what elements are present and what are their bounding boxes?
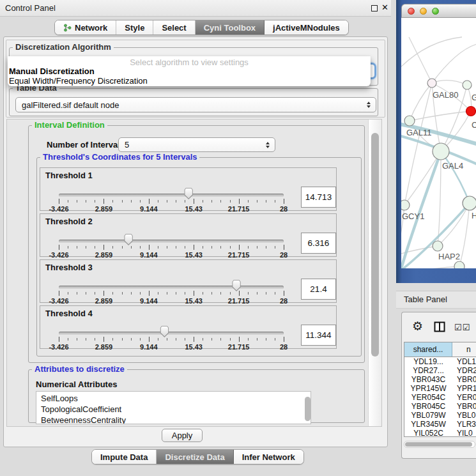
table-row[interactable]: YBL079WYBL0 (404, 411, 476, 420)
threshold-4-value-field[interactable]: 11.344 (301, 325, 336, 346)
slider-thumb[interactable] (160, 326, 169, 337)
slider-thumb[interactable] (124, 234, 134, 245)
table-row[interactable]: YER054CYER0 (404, 393, 476, 402)
threshold-2-box: Threshold 2 -3.4262.8599.14415.4321.7152… (40, 213, 337, 257)
scrollbar-thumb[interactable] (305, 397, 311, 421)
slider-track[interactable] (59, 194, 284, 197)
tick-label: 21.715 (228, 205, 250, 213)
network-node[interactable] (463, 81, 472, 89)
cell-name[interactable]: YIL0 (452, 429, 476, 436)
numerical-attributes-list[interactable]: SelfLoopsTopologicalCoefficientBetweenne… (36, 391, 311, 424)
attributes-group-label: Attributes to discretize (32, 365, 127, 374)
slider-track[interactable] (59, 286, 284, 289)
network-node[interactable] (454, 261, 464, 268)
tab-style[interactable]: Style (116, 20, 153, 35)
attribute-item[interactable]: BetweennessCentrality (36, 415, 311, 424)
tab-jactivemnodules[interactable]: jActiveMNodules (265, 20, 348, 35)
tick-mark (104, 199, 104, 204)
table-row[interactable]: YBR045CYBR0 (404, 402, 476, 411)
table-data-combobox[interactable]: galFiltered.sif default node (15, 97, 376, 112)
threshold-2-value-field[interactable]: 6.316 (301, 233, 336, 254)
table-row[interactable]: YPR145WYPR1 (404, 384, 476, 393)
slider-ticks (59, 291, 284, 296)
split-panel-icon[interactable] (434, 321, 445, 335)
network-node[interactable] (401, 200, 410, 210)
tick-mark (275, 200, 275, 203)
cell-shared-name[interactable]: YBL079W (404, 411, 452, 420)
node-label: H (472, 211, 476, 220)
column-checkboxes-icon[interactable]: ☑☑ (454, 323, 470, 332)
table-row[interactable]: YLR345WYLR3 (404, 420, 476, 429)
cell-shared-name[interactable]: YDR27... (404, 366, 452, 375)
threshold-2-slider[interactable]: -3.4262.8599.14415.4321.71528 (59, 231, 284, 256)
tick-mark (158, 200, 158, 203)
table-row[interactable]: YDR27...YDR2 (404, 366, 476, 375)
table-row[interactable]: YIL052CYIL0 (404, 429, 476, 436)
column-header-name[interactable]: n (452, 342, 476, 357)
cell-shared-name[interactable]: YER054C (404, 393, 452, 402)
network-node[interactable] (404, 116, 415, 126)
slider-track[interactable] (59, 240, 284, 243)
minimize-window-icon[interactable] (420, 8, 427, 15)
threshold-3-slider[interactable]: -3.4262.8599.14415.4321.71528 (59, 277, 284, 302)
tab-cyni-toolbox[interactable]: Cyni Toolbox (196, 20, 265, 35)
tick-label: 9.144 (140, 343, 158, 351)
cell-shared-name[interactable]: YBR043C (404, 375, 452, 384)
table-horizontal-scrollbar[interactable] (404, 441, 475, 448)
cell-shared-name[interactable]: YLR345W (404, 420, 452, 429)
tick-mark (194, 337, 194, 342)
tick-mark (86, 292, 86, 295)
close-icon[interactable]: ✕ (381, 3, 388, 12)
cell-name[interactable]: YPR1 (452, 384, 476, 393)
network-node[interactable] (463, 196, 476, 210)
scrollbar-thumb[interactable] (405, 442, 472, 447)
network-node[interactable] (427, 79, 436, 88)
tab-network[interactable]: Network (55, 20, 116, 35)
scrollbar-thumb[interactable] (371, 133, 379, 357)
table-row[interactable]: YBR043CYBR0 (404, 375, 476, 384)
column-header-shared-name[interactable]: shared... (404, 342, 452, 357)
threshold-1-slider[interactable]: -3.4262.8599.14415.4321.71528 (59, 185, 284, 210)
cell-shared-name[interactable]: YDL19... (404, 357, 452, 366)
dropdown-option-equal-width-frequency[interactable]: Equal Width/Frequency Discretization (8, 76, 371, 86)
cell-name[interactable]: YER0 (452, 393, 476, 402)
tick-mark (284, 337, 284, 342)
cell-name[interactable]: YBR0 (452, 375, 476, 384)
close-window-icon[interactable] (408, 8, 415, 15)
attribute-item[interactable]: SelfLoops (36, 393, 311, 404)
network-node[interactable] (433, 241, 443, 251)
network-node[interactable] (466, 107, 476, 116)
vertical-scrollbar[interactable] (368, 119, 381, 426)
network-canvas[interactable]: GAL80GACGAL11GAL4GCY1HHAP2 (401, 18, 476, 268)
cell-name[interactable]: YDL1 (452, 357, 476, 366)
cell-name[interactable]: YDR2 (452, 366, 476, 375)
attributes-list-scrollbar[interactable] (304, 392, 311, 423)
number-of-intervals-combobox[interactable]: 5 (118, 137, 275, 152)
network-node[interactable] (433, 143, 449, 160)
cell-name[interactable]: YLR3 (452, 420, 476, 429)
cell-name[interactable]: YBL0 (452, 411, 476, 420)
dropdown-option-manual-discretization[interactable]: Manual Discretization (8, 66, 371, 76)
slider-thumb[interactable] (184, 188, 194, 199)
gear-icon[interactable]: ⚙ (412, 320, 423, 332)
slider-thumb[interactable] (232, 280, 242, 291)
zoom-window-icon[interactable] (432, 8, 439, 15)
slider-track[interactable] (59, 332, 284, 335)
apply-button[interactable]: Apply (162, 429, 203, 442)
tab-impute-data-label: Impute Data (100, 452, 148, 462)
threshold-1-value-field[interactable]: 14.713 (301, 187, 336, 208)
tab-impute-data[interactable]: Impute Data (92, 450, 157, 464)
cell-name[interactable]: YBR0 (452, 402, 476, 411)
cell-shared-name[interactable]: YPR145W (404, 384, 452, 393)
tab-infer-network[interactable]: Infer Network (234, 450, 303, 464)
tick-mark (275, 246, 275, 249)
threshold-4-slider[interactable]: -3.4262.8599.14415.4321.71528 (59, 323, 284, 348)
tab-discretize-data[interactable]: Discretize Data (157, 450, 233, 464)
tab-select[interactable]: Select (153, 20, 195, 35)
attribute-item[interactable]: TopologicalCoefficient (36, 404, 311, 415)
cell-shared-name[interactable]: YBR045C (404, 402, 452, 411)
cell-shared-name[interactable]: YIL052C (404, 429, 452, 436)
threshold-3-value-field[interactable]: 21.4 (301, 279, 336, 300)
table-row[interactable]: YDL19...YDL1 (404, 357, 476, 366)
float-window-icon[interactable] (371, 5, 378, 12)
